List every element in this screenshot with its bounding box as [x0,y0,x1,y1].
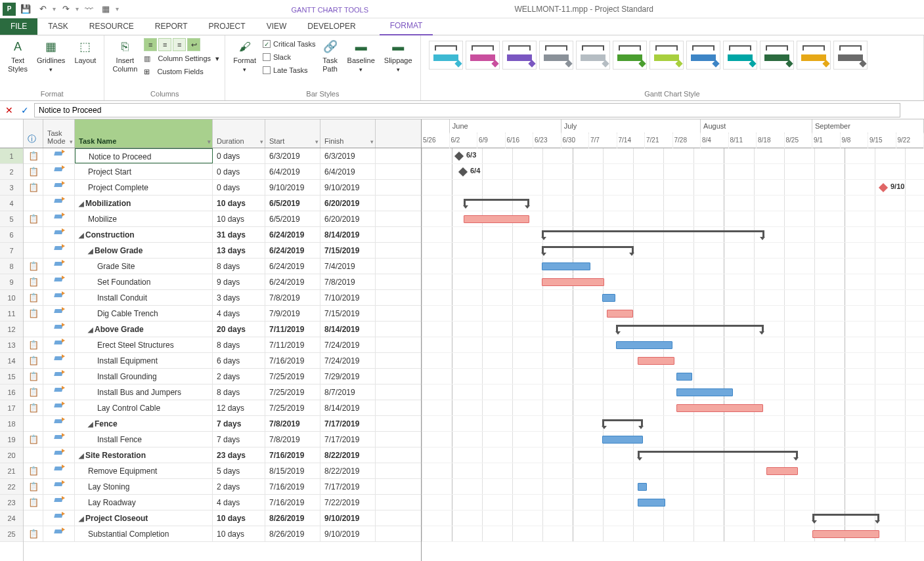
duration-cell[interactable]: 8 days [213,384,265,400]
row-number[interactable]: 6 [0,227,23,243]
row-number[interactable]: 20 [0,447,23,463]
task-name-cell[interactable]: Install Conduit [75,290,213,305]
tab-task[interactable]: TASK [37,18,78,35]
row-number[interactable]: 2 [0,164,23,180]
table-row[interactable]: 📋Substantial Completion10 days8/26/20199… [24,526,421,542]
finish-cell[interactable]: 8/22/2019 [320,463,376,478]
start-cell[interactable]: 7/25/2019 [265,400,320,415]
start-header[interactable]: Start▾ [265,119,320,148]
start-cell[interactable]: 7/16/2019 [265,447,320,463]
duration-cell[interactable]: 10 days [213,526,265,541]
start-cell[interactable]: 6/24/2019 [265,274,320,289]
gantt-style-swatch[interactable] [466,41,500,70]
finish-cell[interactable]: 7/15/2019 [320,306,376,321]
task-name-cell[interactable]: Remove Equipment [75,463,213,478]
table-row[interactable]: 📋Install Equipment6 days7/16/20197/24/20… [24,353,421,369]
duration-cell[interactable]: 0 days [213,180,265,195]
table-row[interactable]: 📋Install Fence7 days7/8/20197/17/2019 [24,432,421,447]
start-cell[interactable]: 6/24/2019 [265,227,320,242]
row-number[interactable]: 22 [0,479,23,495]
gantt-row[interactable] [422,479,924,495]
finish-cell[interactable]: 8/22/2019 [320,447,376,463]
collapse-caret-icon[interactable]: ◢ [88,322,95,337]
collapse-caret-icon[interactable]: ◢ [88,243,95,258]
task-bar[interactable] [676,388,733,396]
gantt-row[interactable] [422,337,924,353]
task-bar[interactable] [542,262,590,270]
gantt-style-swatch[interactable] [723,41,757,70]
finish-cell[interactable]: 8/14/2019 [320,400,376,415]
task-bar[interactable] [638,499,665,507]
duration-cell[interactable]: 13 days [213,243,265,258]
summary-bracket[interactable] [542,246,634,253]
start-cell[interactable]: 7/8/2019 [265,432,320,447]
gantt-style-swatch[interactable] [539,41,573,70]
gantt-row[interactable] [422,384,924,400]
row-number[interactable]: 12 [0,322,23,337]
finish-cell[interactable]: 8/14/2019 [320,322,376,337]
finish-cell[interactable]: 7/15/2019 [320,243,376,258]
text-styles-button[interactable]: AText Styles [5,38,30,75]
chevron-down-icon[interactable]: ▾ [70,138,73,145]
task-name-cell[interactable]: Dig Cable Trench [75,306,213,321]
duration-cell[interactable]: 12 days [213,400,265,415]
task-name-cell[interactable]: ◢Mobilization [75,196,213,211]
row-number[interactable]: 17 [0,400,23,416]
duration-cell[interactable]: 8 days [213,259,265,274]
task-name-cell[interactable]: ◢Site Restoration [75,447,213,463]
table-row[interactable]: ◢Below Grade13 days6/24/20197/15/2019 [24,243,421,259]
start-cell[interactable]: 7/11/2019 [265,322,320,337]
finish-cell[interactable]: 7/24/2019 [320,337,376,352]
milestone-diamond[interactable] [879,183,888,192]
task-bar[interactable] [766,467,798,475]
layout-button[interactable]: ⬚Layout [72,38,99,66]
task-bar[interactable] [464,215,529,223]
start-cell[interactable]: 7/25/2019 [265,384,320,400]
gantt-row[interactable] [422,196,924,211]
chevron-down-icon[interactable]: ▾ [208,138,211,145]
row-number[interactable]: 23 [0,495,23,510]
critical-tasks-checkbox[interactable]: ✓Critical Tasks [263,38,316,50]
row-number[interactable]: 4 [0,196,23,211]
task-name-cell[interactable]: Install Bus and Jumpers [75,384,213,400]
task-bar[interactable] [602,436,643,444]
start-cell[interactable]: 6/5/2019 [265,196,320,211]
start-cell[interactable]: 9/10/2019 [265,180,320,195]
duration-cell[interactable]: 4 days [213,495,265,510]
start-cell[interactable]: 7/16/2019 [265,353,320,368]
qat-customize-icon[interactable]: ▾ [116,5,119,12]
task-name-cell[interactable]: ◢Construction [75,227,213,242]
tab-view[interactable]: VIEW [256,18,297,35]
gantt-style-swatch[interactable] [429,41,463,70]
row-number[interactable]: 15 [0,369,23,384]
milestone-diamond[interactable] [458,167,468,177]
duration-cell[interactable]: 0 days [213,164,265,179]
duration-cell[interactable]: 2 days [213,369,265,384]
task-name-cell[interactable]: Project Start [75,164,213,179]
duration-cell[interactable]: 3 days [213,290,265,305]
gantt-row[interactable] [422,447,924,463]
task-name-cell[interactable]: Install Fence [75,432,213,447]
table-row[interactable]: 📋Grade Site8 days6/24/20197/4/2019 [24,259,421,274]
wrap-text-icon[interactable]: ↩ [187,38,200,51]
table-row[interactable]: ◢Site Restoration23 days7/16/20198/22/20… [24,447,421,463]
finish-cell[interactable]: 6/20/2019 [320,196,376,211]
gantt-row[interactable] [422,463,924,479]
tab-format[interactable]: FORMAT [380,18,433,35]
row-number[interactable]: 1 [0,148,23,164]
table-row[interactable]: 📋Install Grounding2 days7/25/20197/29/20… [24,369,421,384]
task-name-cell[interactable]: Grade Site [75,259,213,274]
tab-report[interactable]: REPORT [144,18,198,35]
collapse-caret-icon[interactable]: ◢ [79,196,85,211]
start-cell[interactable]: 6/5/2019 [265,211,320,226]
start-cell[interactable]: 7/9/2019 [265,306,320,321]
task-path-button[interactable]: 🔗Task Path [320,38,341,75]
table-row[interactable]: 📋Install Conduit3 days7/8/20197/10/2019 [24,290,421,306]
tab-developer[interactable]: DEVELOPER [297,18,366,35]
entry-input[interactable] [34,103,900,117]
task-name-cell[interactable]: Lay Control Cable [75,400,213,415]
row-number[interactable]: 18 [0,416,23,432]
duration-cell[interactable]: 31 days [213,227,265,242]
finish-cell[interactable]: 9/10/2019 [320,180,376,195]
start-cell[interactable]: 7/8/2019 [265,290,320,305]
